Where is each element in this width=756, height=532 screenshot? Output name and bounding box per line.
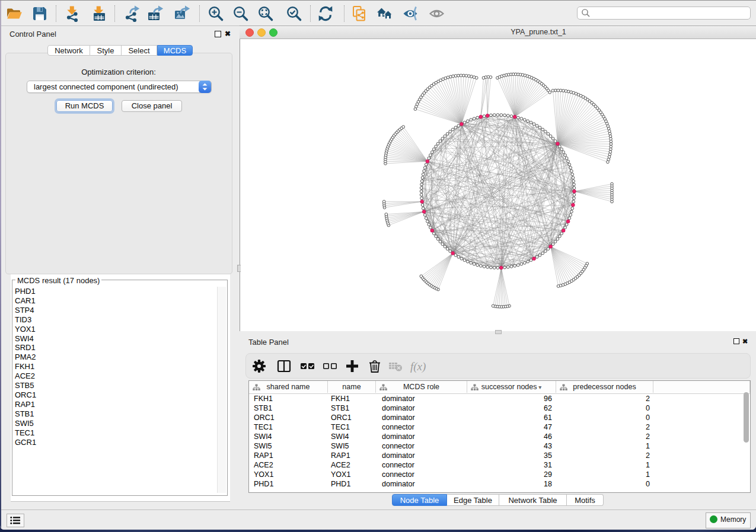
svg-text:f(x): f(x): [410, 360, 426, 373]
